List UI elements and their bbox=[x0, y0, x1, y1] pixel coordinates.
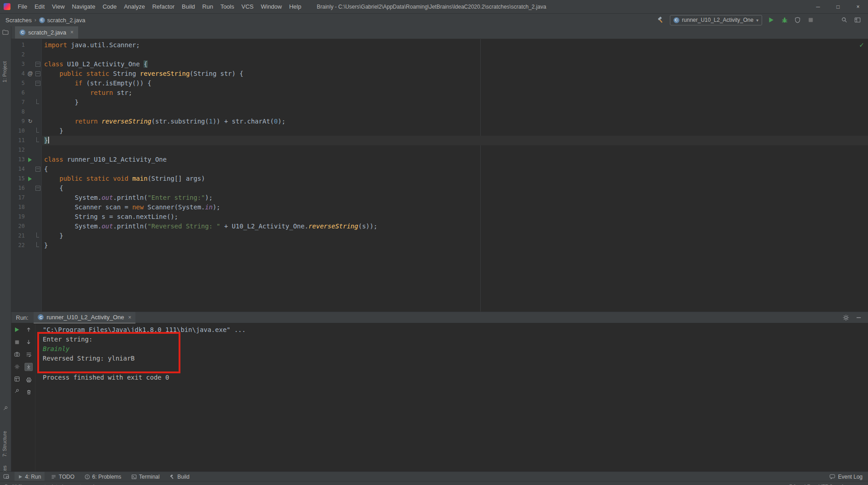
code-line[interactable]: 3class U10_L2_Activity_One { bbox=[11, 59, 868, 69]
code-text[interactable] bbox=[41, 107, 868, 117]
fold-start-icon[interactable] bbox=[35, 71, 40, 76]
sidebar-item-project[interactable]: 1: Project bbox=[2, 61, 9, 82]
line-number[interactable]: 16 bbox=[11, 183, 26, 193]
minimize-button[interactable]: ─ bbox=[808, 0, 828, 13]
code-text[interactable]: } bbox=[41, 241, 868, 250]
fold-end-icon[interactable] bbox=[36, 242, 39, 247]
tool-window-switcher-icon[interactable] bbox=[0, 472, 12, 481]
run-console[interactable]: "C:\Program Files\Java\jdk1.8.0_111\bin\… bbox=[35, 322, 868, 471]
code-line[interactable]: 20 System.out.println("Reversed String: … bbox=[11, 222, 868, 231]
search-icon[interactable] bbox=[840, 16, 848, 24]
menu-navigate[interactable]: Navigate bbox=[68, 0, 99, 13]
code-text[interactable]: return reverseString(str.substring(1)) +… bbox=[41, 117, 868, 126]
code-line[interactable]: 19 String s = scan.nextLine(); bbox=[11, 212, 868, 222]
tab-scratch-2-java[interactable]: scratch_2.java × bbox=[15, 26, 78, 39]
code-line[interactable]: 21 } bbox=[11, 231, 868, 241]
menu-edit[interactable]: Edit bbox=[31, 0, 48, 13]
line-number[interactable]: 19 bbox=[11, 212, 26, 222]
menu-build[interactable]: Build bbox=[178, 0, 199, 13]
down-stack-trace-icon[interactable] bbox=[25, 338, 32, 346]
breadcrumb-file[interactable]: scratch_2.java bbox=[38, 17, 87, 24]
line-number[interactable]: 2 bbox=[11, 50, 26, 59]
code-editor[interactable]: ✓ 1import java.util.Scanner;23class U10_… bbox=[11, 39, 868, 312]
code-text[interactable]: public static String reverseString(Strin… bbox=[41, 69, 868, 79]
code-line[interactable]: 18 Scanner scan = new Scanner(System.in)… bbox=[11, 203, 868, 212]
code-text[interactable]: String s = scan.nextLine(); bbox=[41, 212, 868, 222]
breadcrumb-scratches[interactable]: Scratches bbox=[4, 17, 33, 24]
event-log-button[interactable]: Event Log bbox=[824, 472, 868, 481]
line-number[interactable]: 13 bbox=[11, 155, 26, 164]
line-number[interactable]: 1 bbox=[11, 40, 26, 50]
close-button[interactable]: × bbox=[848, 0, 868, 13]
code-line[interactable]: 8 bbox=[11, 107, 868, 117]
run-settings-icon[interactable] bbox=[13, 363, 20, 370]
line-number[interactable]: 4 bbox=[11, 69, 26, 79]
line-number[interactable]: 8 bbox=[11, 107, 26, 117]
line-number[interactable]: 18 bbox=[11, 203, 26, 212]
code-text[interactable]: } bbox=[41, 136, 868, 145]
fold-marker[interactable] bbox=[34, 136, 41, 145]
settings-gear-icon[interactable] bbox=[843, 314, 849, 321]
code-line[interactable]: 12 bbox=[11, 145, 868, 155]
code-line[interactable]: 17 System.out.println("Enter string:"); bbox=[11, 193, 868, 203]
code-text[interactable]: } bbox=[41, 98, 868, 107]
run-gutter-icon[interactable] bbox=[26, 174, 35, 183]
menu-window[interactable]: Window bbox=[257, 0, 285, 13]
menu-help[interactable]: Help bbox=[285, 0, 305, 13]
code-text[interactable]: class U10_L2_Activity_One { bbox=[41, 59, 868, 69]
code-text[interactable]: return str; bbox=[41, 88, 868, 98]
fold-end-icon[interactable] bbox=[36, 99, 39, 104]
code-line[interactable]: 15 public static void main(String[] args… bbox=[11, 174, 868, 183]
restore-layout-icon[interactable] bbox=[13, 375, 20, 382]
menu-tools[interactable]: Tools bbox=[217, 0, 238, 13]
fold-marker[interactable] bbox=[34, 164, 41, 174]
line-number[interactable]: 6 bbox=[11, 88, 26, 98]
fold-marker[interactable] bbox=[34, 98, 41, 107]
code-text[interactable]: } bbox=[41, 231, 868, 241]
fold-marker[interactable] bbox=[34, 231, 41, 241]
line-number[interactable]: 15 bbox=[11, 174, 26, 183]
code-line[interactable]: 14{ bbox=[11, 164, 868, 174]
code-line[interactable]: 2 bbox=[11, 50, 868, 59]
code-line[interactable]: 16 { bbox=[11, 183, 868, 193]
code-line[interactable]: 22} bbox=[11, 241, 868, 250]
code-text[interactable]: Scanner scan = new Scanner(System.in); bbox=[41, 203, 868, 212]
pin-icon[interactable] bbox=[3, 406, 8, 411]
fold-marker[interactable] bbox=[34, 69, 41, 79]
menu-run[interactable]: Run bbox=[199, 0, 217, 13]
line-number[interactable]: 12 bbox=[11, 145, 26, 155]
fold-start-icon[interactable] bbox=[35, 81, 40, 86]
run-gutter-icon[interactable] bbox=[28, 158, 32, 162]
soft-wrap-icon[interactable] bbox=[25, 351, 32, 358]
clear-all-icon[interactable] bbox=[25, 388, 32, 396]
menu-code[interactable]: Code bbox=[99, 0, 120, 13]
code-line[interactable]: 9↻ return reverseString(str.substring(1)… bbox=[11, 117, 868, 126]
menu-vcs[interactable]: VCS bbox=[238, 0, 257, 13]
code-text[interactable]: class runner_U10_L2_Activity_One bbox=[41, 155, 868, 164]
code-line[interactable]: 4@ public static String reverseString(St… bbox=[11, 69, 868, 79]
run-configuration-select[interactable]: runner_U10_L2_Activity_One ▾ bbox=[670, 15, 762, 25]
menu-analyze[interactable]: Analyze bbox=[120, 0, 149, 13]
tool-window-button-todo[interactable]: TODO bbox=[47, 472, 78, 481]
build-hammer-icon[interactable] bbox=[657, 16, 665, 24]
run-gutter-icon[interactable] bbox=[28, 177, 32, 181]
scroll-to-end-icon[interactable] bbox=[25, 363, 33, 371]
run-gutter-icon[interactable] bbox=[26, 155, 35, 164]
code-text[interactable]: { bbox=[41, 164, 868, 174]
tool-window-button-terminal[interactable]: Terminal bbox=[128, 472, 163, 481]
code-line[interactable]: 10 } bbox=[11, 126, 868, 136]
stop-button[interactable] bbox=[807, 16, 815, 24]
line-number[interactable]: 22 bbox=[11, 241, 26, 250]
debug-button[interactable] bbox=[780, 16, 788, 24]
code-text[interactable] bbox=[41, 50, 868, 59]
code-text[interactable]: System.out.println("Enter string:"); bbox=[41, 193, 868, 203]
print-icon[interactable] bbox=[25, 376, 32, 383]
menu-file[interactable]: File bbox=[14, 0, 31, 13]
fold-marker[interactable] bbox=[34, 183, 41, 193]
code-text[interactable]: } bbox=[41, 126, 868, 136]
code-text[interactable]: System.out.println("Reversed String: " +… bbox=[41, 222, 868, 231]
sidebar-item-structure[interactable]: 7: Structure bbox=[2, 431, 9, 457]
close-tab-icon[interactable]: × bbox=[70, 29, 74, 35]
tool-window-button-problems[interactable]: 6: Problems bbox=[81, 472, 125, 481]
fold-end-icon[interactable] bbox=[36, 128, 39, 133]
